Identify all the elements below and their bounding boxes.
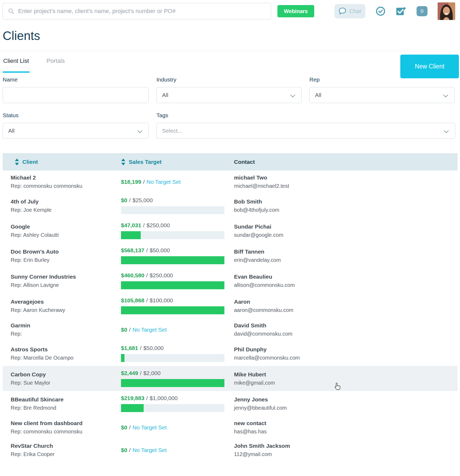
contact-cell: michael Two michael@michael2.test bbox=[234, 174, 458, 189]
client-row[interactable]: New client from dashboard Rep: commonsku… bbox=[3, 416, 458, 439]
client-rep: Rep: bbox=[11, 331, 121, 337]
reminders-button[interactable] bbox=[376, 6, 386, 16]
tab-portals[interactable]: Portals bbox=[46, 51, 65, 73]
sales-achieved: $0 bbox=[121, 327, 127, 333]
status-selected-value: All bbox=[8, 128, 14, 134]
sales-separator: / bbox=[129, 197, 131, 203]
webinars-button[interactable]: Webinars bbox=[277, 5, 314, 17]
client-row[interactable]: Sunny Corner Industries Rep: Allison Lav… bbox=[3, 268, 458, 293]
sales-target[interactable]: No Target Set bbox=[147, 179, 181, 185]
tags-filter-label: Tags bbox=[156, 112, 455, 119]
progress-bar-fill bbox=[121, 404, 144, 412]
contact-name: Biff Tannen bbox=[234, 249, 458, 255]
sales-target: $2,000 bbox=[143, 370, 160, 376]
sales-achieved: $219,883 bbox=[121, 395, 144, 401]
sales-achieved: $0 bbox=[121, 197, 127, 203]
tab-bar: Client List Portals bbox=[0, 51, 460, 73]
sales-line: $0/No Target Set bbox=[121, 424, 234, 431]
sales-target[interactable]: No Target Set bbox=[132, 447, 167, 453]
filter-tags: Tags Select... bbox=[156, 112, 455, 139]
client-row[interactable]: Averagejoes Rep: Aaron Kucherawy $105,86… bbox=[3, 293, 458, 318]
client-name[interactable]: Google bbox=[11, 223, 121, 230]
chat-button[interactable]: Chat bbox=[334, 4, 365, 18]
client-rep: Rep: commonsku commonsku bbox=[11, 429, 121, 435]
progress-bar bbox=[121, 281, 224, 289]
client-name[interactable]: Averagejoes bbox=[11, 299, 121, 305]
contact-email: sundar@google.com bbox=[234, 232, 458, 238]
sales-cell: $2,449/$2,000 bbox=[121, 370, 234, 387]
client-cell: BBeautiful Skincare Rep: Bre Redmond bbox=[3, 395, 121, 412]
client-name[interactable]: 4th of July bbox=[11, 198, 121, 205]
tab-client-list[interactable]: Client List bbox=[3, 51, 30, 73]
sales-line: $0/No Target Set bbox=[121, 447, 234, 453]
sales-line: $47,031/$250,000 bbox=[121, 222, 234, 229]
client-name[interactable]: New client from dashboard bbox=[11, 420, 121, 426]
client-table-header: Client Sales Target Contact bbox=[3, 153, 458, 170]
chevron-down-icon bbox=[444, 128, 449, 133]
client-row[interactable]: BBeautiful Skincare Rep: Bre Redmond $21… bbox=[3, 391, 458, 416]
search-input[interactable] bbox=[2, 3, 271, 19]
sales-cell: $105,868/$100,000 bbox=[121, 297, 234, 314]
client-rep: Rep: Sue Maylor bbox=[11, 380, 121, 386]
client-row[interactable]: Google Rep: Ashley Colautti $47,031/$250… bbox=[3, 218, 458, 243]
progress-bar bbox=[121, 404, 224, 412]
sales-separator: / bbox=[140, 345, 142, 351]
sales-target: $100,000 bbox=[150, 297, 173, 303]
contact-cell: Biff Tannen erin@vandelay.com bbox=[234, 247, 458, 264]
client-cell: New client from dashboard Rep: commonsku… bbox=[3, 420, 121, 435]
progress-bar-fill bbox=[121, 379, 224, 387]
sales-achieved: $47,031 bbox=[121, 222, 141, 228]
filter-rep: Rep All bbox=[309, 76, 455, 103]
sales-achieved: $1,681 bbox=[121, 345, 138, 351]
filter-industry: Industry All bbox=[156, 76, 302, 103]
user-avatar[interactable] bbox=[438, 2, 455, 20]
client-name[interactable]: Astros Sports bbox=[11, 346, 121, 353]
status-filter-select[interactable]: All bbox=[3, 123, 149, 139]
rep-filter-select[interactable]: All bbox=[309, 87, 455, 103]
industry-filter-select[interactable]: All bbox=[156, 87, 302, 103]
name-filter-input[interactable] bbox=[3, 87, 149, 103]
client-name[interactable]: Carbon Copy bbox=[11, 371, 121, 378]
column-header-client[interactable]: Client bbox=[3, 158, 121, 166]
page-title: Clients bbox=[3, 29, 460, 43]
sales-achieved: $568,137 bbox=[121, 247, 144, 253]
sales-target[interactable]: No Target Set bbox=[132, 327, 167, 333]
client-rep: Rep: Marcella De Ocampo bbox=[11, 355, 121, 361]
client-cell: RevStar Church Rep: Erika Cooper bbox=[3, 443, 121, 457]
client-name[interactable]: Doc Brown's Auto bbox=[11, 249, 121, 255]
speech-bubble-icon bbox=[338, 6, 347, 16]
client-row[interactable]: Carbon Copy Rep: Sue Maylor $2,449/$2,00… bbox=[3, 366, 458, 391]
sales-separator: / bbox=[146, 297, 148, 303]
sales-target[interactable]: No Target Set bbox=[132, 424, 167, 430]
client-row[interactable]: Doc Brown's Auto Rep: Erin Burley $568,1… bbox=[3, 243, 458, 268]
sales-achieved: $18,199 bbox=[121, 179, 141, 185]
contact-email: 112@ymail.com bbox=[234, 451, 458, 457]
client-row[interactable]: 4th of July Rep: Joe Kemple $0/$25,000 B… bbox=[3, 193, 458, 218]
client-name[interactable]: Michael 2 bbox=[11, 174, 121, 181]
new-client-button[interactable]: New Client bbox=[400, 55, 459, 78]
client-row[interactable]: Astros Sports Rep: Marcella De Ocampo $1… bbox=[3, 341, 458, 366]
chevron-down-icon bbox=[290, 92, 295, 97]
sales-line: $568,137/$50,000 bbox=[121, 247, 234, 254]
contact-email: mike@gmail,com bbox=[234, 380, 458, 386]
contact-cell: Evan Beaulieu allison@commonsku.com bbox=[234, 272, 458, 289]
notification-badge[interactable]: 0 bbox=[417, 6, 427, 16]
contact-name: michael Two bbox=[234, 174, 458, 181]
client-cell: Michael 2 Rep: commonsku commonsku bbox=[3, 174, 121, 189]
tasks-button[interactable] bbox=[396, 6, 406, 16]
sales-cell: $47,031/$250,000 bbox=[121, 222, 234, 239]
industry-filter-label: Industry bbox=[156, 76, 302, 83]
progress-bar-fill bbox=[121, 256, 224, 264]
column-header-sales-target[interactable]: Sales Target bbox=[121, 158, 234, 166]
client-name[interactable]: RevStar Church bbox=[11, 443, 121, 449]
client-name[interactable]: BBeautiful Skincare bbox=[11, 396, 121, 403]
client-row[interactable]: RevStar Church Rep: Erika Cooper $0/No T… bbox=[3, 439, 458, 461]
client-row[interactable]: Garmin Rep: $0/No Target Set David Smith… bbox=[3, 318, 458, 341]
contact-cell: Phil Dunphy marcella@commonsku.com bbox=[234, 345, 458, 362]
column-header-client-label: Client bbox=[22, 159, 38, 165]
client-row[interactable]: Michael 2 Rep: commonsku commonsku $18,1… bbox=[3, 170, 458, 193]
chevron-down-icon bbox=[443, 92, 448, 97]
tags-filter-select[interactable]: Select... bbox=[156, 123, 455, 139]
client-name[interactable]: Sunny Corner Industries bbox=[11, 274, 121, 280]
client-name[interactable]: Garmin bbox=[11, 322, 121, 329]
